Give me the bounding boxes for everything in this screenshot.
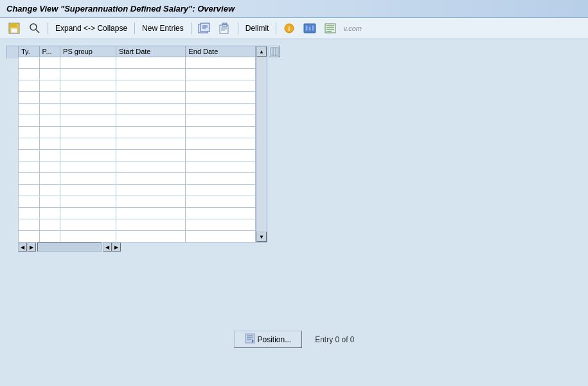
- table-cell[interactable]: [116, 115, 186, 127]
- table-cell[interactable]: [60, 173, 116, 185]
- table-cell[interactable]: [116, 104, 186, 115]
- table-cell[interactable]: [19, 69, 40, 80]
- table-row[interactable]: [19, 185, 256, 196]
- table-cell[interactable]: [186, 219, 256, 231]
- table-row[interactable]: [19, 127, 256, 138]
- table-cell[interactable]: [186, 57, 256, 69]
- paste-button[interactable]: [216, 21, 234, 36]
- copy-button[interactable]: [195, 21, 213, 36]
- table-cell[interactable]: [186, 231, 256, 243]
- table-cell[interactable]: [39, 185, 60, 196]
- table-cell[interactable]: [186, 185, 256, 196]
- table-cell[interactable]: [116, 92, 186, 104]
- table-cell[interactable]: [186, 80, 256, 92]
- table-cell[interactable]: [186, 104, 256, 115]
- table-cell[interactable]: [60, 150, 116, 161]
- table-row[interactable]: [19, 231, 256, 243]
- table-cell[interactable]: [39, 173, 60, 185]
- table-row[interactable]: [19, 80, 256, 92]
- table-cell[interactable]: [60, 80, 116, 92]
- table-cell[interactable]: [39, 161, 60, 173]
- table-cell[interactable]: [186, 161, 256, 173]
- table-cell[interactable]: [39, 92, 60, 104]
- table-cell[interactable]: [19, 173, 40, 185]
- table-cell[interactable]: [186, 127, 256, 138]
- icon3-button[interactable]: [321, 21, 339, 36]
- table-cell[interactable]: [60, 115, 116, 127]
- table-cell[interactable]: [19, 150, 40, 161]
- table-cell[interactable]: [60, 231, 116, 243]
- table-cell[interactable]: [19, 196, 40, 208]
- table-cell[interactable]: [60, 196, 116, 208]
- table-cell[interactable]: [186, 208, 256, 219]
- scroll-up-button[interactable]: ▲: [256, 46, 267, 57]
- table-cell[interactable]: [39, 231, 60, 243]
- table-row[interactable]: [19, 92, 256, 104]
- icon2-button[interactable]: [301, 21, 319, 36]
- save-button[interactable]: [5, 21, 23, 36]
- table-cell[interactable]: [116, 231, 186, 243]
- table-cell[interactable]: [116, 127, 186, 138]
- table-cell[interactable]: [39, 196, 60, 208]
- delimit-button[interactable]: Delimit: [242, 23, 272, 34]
- table-cell[interactable]: [116, 69, 186, 80]
- table-cell[interactable]: [186, 150, 256, 161]
- table-cell[interactable]: [60, 138, 116, 150]
- table-row[interactable]: [19, 150, 256, 161]
- table-row[interactable]: [19, 161, 256, 173]
- table-row[interactable]: [19, 115, 256, 127]
- table-cell[interactable]: [39, 80, 60, 92]
- table-cell[interactable]: [116, 208, 186, 219]
- table-cell[interactable]: [60, 57, 116, 69]
- table-cell[interactable]: [60, 208, 116, 219]
- vertical-scrollbar[interactable]: ▲ ▼: [256, 46, 267, 243]
- table-cell[interactable]: [60, 104, 116, 115]
- table-cell[interactable]: [19, 104, 40, 115]
- table-cell[interactable]: [39, 57, 60, 69]
- table-cell[interactable]: [186, 115, 256, 127]
- hscroll-right3-button[interactable]: ▶: [112, 243, 121, 252]
- table-cell[interactable]: [19, 127, 40, 138]
- table-cell[interactable]: [116, 196, 186, 208]
- scroll-down-button[interactable]: ▼: [256, 232, 267, 242]
- table-cell[interactable]: [39, 208, 60, 219]
- table-cell[interactable]: [60, 92, 116, 104]
- table-row[interactable]: [19, 69, 256, 80]
- table-row[interactable]: [19, 173, 256, 185]
- hscroll-left-button[interactable]: ◀: [18, 243, 27, 252]
- table-cell[interactable]: [116, 150, 186, 161]
- hscroll-right2-button[interactable]: ◀: [103, 243, 112, 252]
- table-cell[interactable]: [19, 208, 40, 219]
- table-cell[interactable]: [39, 150, 60, 161]
- table-cell[interactable]: [60, 69, 116, 80]
- table-cell[interactable]: [186, 173, 256, 185]
- table-cell[interactable]: [39, 115, 60, 127]
- table-cell[interactable]: [19, 185, 40, 196]
- new-entries-button[interactable]: New Entries: [139, 23, 187, 34]
- table-cell[interactable]: [116, 138, 186, 150]
- table-cell[interactable]: [19, 115, 40, 127]
- table-cell[interactable]: [116, 161, 186, 173]
- table-cell[interactable]: [19, 57, 40, 69]
- table-row[interactable]: [19, 196, 256, 208]
- table-row[interactable]: [19, 57, 256, 69]
- table-cell[interactable]: [186, 196, 256, 208]
- icon1-button[interactable]: i: [280, 21, 298, 36]
- hscroll-right-button[interactable]: ▶: [27, 243, 36, 252]
- table-cell[interactable]: [39, 69, 60, 80]
- table-cell[interactable]: [19, 80, 40, 92]
- position-button[interactable]: Position...: [233, 331, 302, 348]
- table-cell[interactable]: [39, 127, 60, 138]
- table-cell[interactable]: [116, 80, 186, 92]
- table-row[interactable]: [19, 219, 256, 231]
- column-chooser-button[interactable]: [269, 46, 280, 57]
- expand-collapse-button[interactable]: Expand <-> Collapse: [52, 23, 130, 34]
- table-cell[interactable]: [60, 219, 116, 231]
- table-cell[interactable]: [116, 185, 186, 196]
- table-cell[interactable]: [186, 138, 256, 150]
- table-cell[interactable]: [19, 138, 40, 150]
- table-cell[interactable]: [19, 219, 40, 231]
- table-cell[interactable]: [19, 231, 40, 243]
- table-cell[interactable]: [116, 57, 186, 69]
- table-cell[interactable]: [60, 185, 116, 196]
